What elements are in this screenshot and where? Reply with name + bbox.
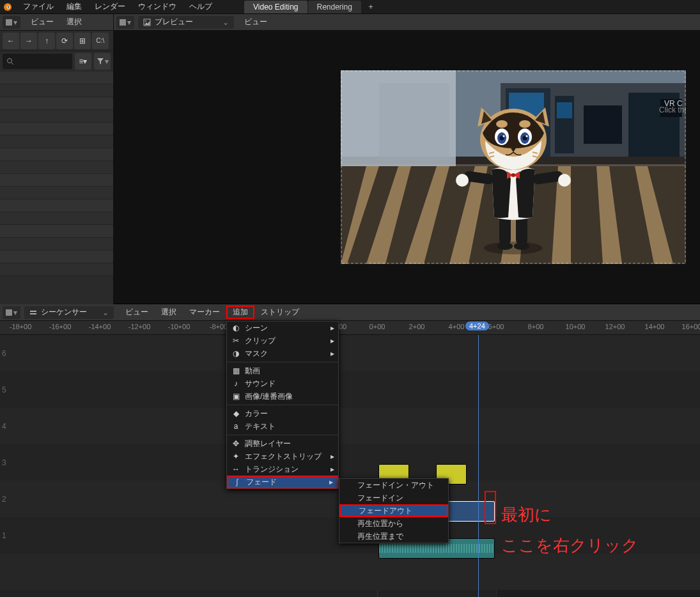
editor-type-sequencer[interactable]: ▾ (3, 306, 20, 319)
image-icon (143, 19, 151, 26)
seq-menu-marker[interactable]: マーカー (183, 306, 226, 319)
fade-out[interactable]: フェードアウト (339, 504, 448, 517)
menu-render[interactable]: レンダー (88, 0, 132, 13)
add-sound[interactable]: ♪サウンド (227, 377, 338, 390)
seq-menu-strip[interactable]: ストリップ (254, 306, 306, 319)
ruler-tick: -10+00 (168, 323, 191, 330)
menu-help[interactable]: ヘルプ (183, 0, 219, 13)
movie-icon: ▦ (231, 366, 241, 375)
add-image[interactable]: ▣画像/連番画像 (227, 390, 338, 403)
track-label: 5 (2, 385, 6, 394)
ruler-tick: -18+00 (10, 323, 32, 330)
workspace-tab-rendering[interactable]: Rendering (308, 1, 361, 13)
editor-type-filebrowser[interactable]: ▾ (3, 16, 20, 29)
fb-menu-view[interactable]: ビュー (24, 15, 60, 29)
add-scene[interactable]: ◐シーン▸ (227, 322, 338, 334)
clip-icon: ✂ (231, 336, 241, 345)
menu-edit[interactable]: 編集 (60, 0, 88, 13)
svg-point-49 (519, 120, 531, 128)
display-settings-icon[interactable]: ≡▾ (75, 53, 91, 70)
playhead-line[interactable] (478, 335, 479, 597)
add-mask[interactable]: ◑マスク▸ (227, 347, 338, 360)
preview-menu-view[interactable]: ビュー (238, 15, 274, 29)
ruler-tick: -12+00 (128, 323, 151, 330)
svg-rect-63 (6, 309, 12, 316)
sound-icon: ♪ (231, 379, 241, 388)
svg-point-6 (145, 20, 146, 22)
svg-point-7 (8, 59, 12, 63)
svg-point-33 (484, 242, 543, 254)
svg-point-56 (502, 135, 504, 137)
fade-submenu: フェードイン・アウト フェードイン フェードアウト 再生位置から 再生位置まで (339, 478, 449, 543)
svg-point-37 (514, 242, 529, 250)
funnel-icon (97, 58, 104, 65)
adjust-icon: ✥ (231, 439, 241, 448)
blender-logo-icon (3, 2, 13, 12)
ruler-tick: -14+00 (89, 323, 111, 330)
fade-from-play[interactable]: 再生位置から (339, 517, 448, 530)
slate-icon (6, 309, 12, 316)
svg-rect-19 (557, 102, 572, 118)
nav-path-label[interactable]: C:\ (92, 33, 109, 49)
track-label: 1 (2, 531, 6, 540)
ruler-tick: 4+00 (449, 323, 465, 330)
add-menu-dropdown: ◐シーン▸ ✂クリップ▸ ◑マスク▸ ▦動画 ♪サウンド ▣画像/連番画像 ◆カ… (226, 321, 339, 489)
effect-icon: ✦ (231, 452, 241, 461)
editor-type-preview[interactable]: ▾ (116, 16, 134, 29)
timeline-tracks[interactable]: 6 5 4 3 2 1 13.006: 0 (0, 335, 700, 597)
file-browser-panel: ← → ↑ ⟳ ⊞ C:\ ≡▾ ▾ (0, 31, 114, 304)
track-label: 6 (2, 349, 6, 358)
ruler-tick: 12+00 (605, 323, 625, 330)
svg-rect-64 (30, 311, 36, 312)
add-text[interactable]: aテキスト (227, 420, 338, 433)
nav-back-icon[interactable]: ← (3, 33, 19, 49)
nav-refresh-icon[interactable]: ⟳ (56, 33, 73, 49)
svg-point-36 (497, 242, 513, 250)
add-transition: ↔トランジション▸ (227, 463, 338, 476)
add-fade[interactable]: ∫フェード▸ (227, 476, 338, 488)
add-clip[interactable]: ✂クリップ▸ (227, 334, 338, 347)
filebrowser-search[interactable] (3, 54, 72, 69)
menu-window[interactable]: ウィンドウ (132, 0, 183, 13)
color-icon: ◆ (231, 409, 241, 418)
seq-menu-view[interactable]: ビュー (119, 306, 155, 319)
slate-icon (120, 19, 126, 26)
add-movie[interactable]: ▦動画 (227, 364, 338, 377)
filebrowser-list[interactable] (0, 72, 113, 276)
scene-icon: ◐ (231, 323, 241, 332)
add-color[interactable]: ◆カラー (227, 407, 338, 420)
seq-menu-add[interactable]: 追加 (226, 306, 254, 319)
sequencer-mode-select[interactable]: シーケンサー ⌄ (24, 306, 114, 319)
fade-to-play[interactable]: 再生位置まで (339, 530, 448, 543)
nav-newdir-icon[interactable]: ⊞ (74, 33, 91, 49)
svg-point-40 (456, 174, 469, 187)
ruler-tick: 16+00 (682, 323, 700, 330)
add-workspace-icon[interactable]: ＋ (362, 0, 380, 14)
fade-in[interactable]: フェードイン (339, 492, 448, 504)
ruler-tick: 10+00 (566, 323, 586, 330)
svg-rect-3 (6, 19, 12, 26)
ruler-tick: -8+00 (210, 323, 228, 330)
track-label: 3 (2, 458, 6, 467)
playhead-frame-badge[interactable]: 4+24 (465, 322, 489, 330)
nav-forward-icon[interactable]: → (20, 33, 37, 49)
time-ruler[interactable]: -18+00 -16+00 -14+00 -12+00 -10+00 -8+00… (0, 321, 700, 335)
seq-menu-select[interactable]: 選択 (155, 306, 183, 319)
nav-up-icon[interactable]: ↑ (38, 33, 55, 49)
preview-area[interactable]: VR C Click the screen to p (114, 31, 700, 304)
mask-icon: ◑ (231, 349, 241, 358)
fb-menu-select[interactable]: 選択 (60, 15, 88, 29)
ruler-tick: 0+00 (369, 323, 385, 330)
preview-mode-label: プレビュー (155, 17, 193, 27)
workspace-tab-video-editing[interactable]: Video Editing (244, 1, 307, 13)
add-effect[interactable]: ✦エフェクトストリップ▸ (227, 450, 338, 463)
add-adjust[interactable]: ✥調整レイヤー (227, 437, 338, 450)
svg-point-48 (496, 120, 508, 128)
svg-point-42 (558, 174, 571, 187)
filter-icon[interactable]: ▾ (94, 53, 111, 70)
preview-mode-select[interactable]: プレビュー ⌄ (138, 16, 234, 29)
svg-point-57 (525, 135, 527, 137)
fade-in-out[interactable]: フェードイン・アウト (339, 479, 448, 492)
preview-image: VR C Click the screen to p (341, 70, 686, 264)
menu-file[interactable]: ファイル (17, 0, 60, 13)
